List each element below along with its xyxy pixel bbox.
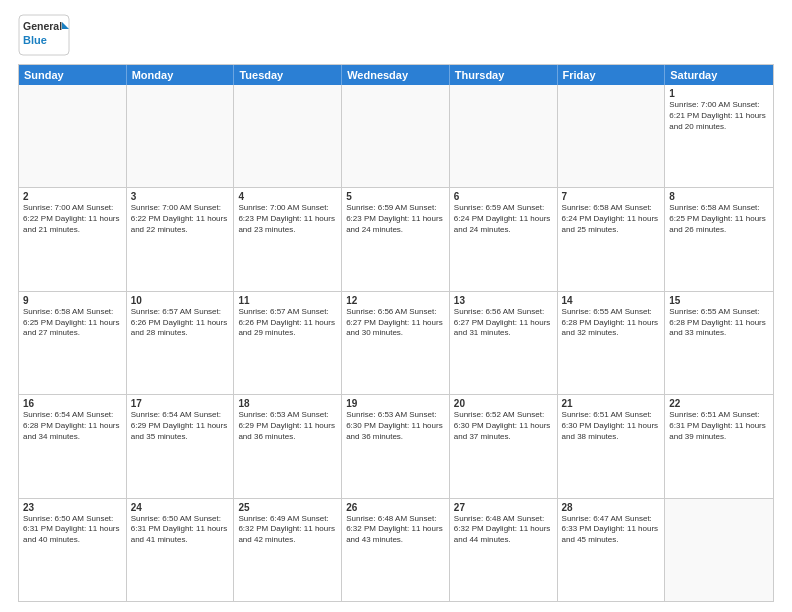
cell-info: Sunrise: 6:50 AM Sunset: 6:31 PM Dayligh… bbox=[23, 514, 122, 546]
day-number: 9 bbox=[23, 295, 122, 306]
cell-info: Sunrise: 6:53 AM Sunset: 6:29 PM Dayligh… bbox=[238, 410, 337, 442]
day-cell-27: 27Sunrise: 6:48 AM Sunset: 6:32 PM Dayli… bbox=[450, 499, 558, 601]
cell-info: Sunrise: 7:00 AM Sunset: 6:22 PM Dayligh… bbox=[131, 203, 230, 235]
cell-info: Sunrise: 6:54 AM Sunset: 6:29 PM Dayligh… bbox=[131, 410, 230, 442]
day-number: 10 bbox=[131, 295, 230, 306]
week-row-1: 2Sunrise: 7:00 AM Sunset: 6:22 PM Daylig… bbox=[19, 188, 773, 291]
day-cell-19: 19Sunrise: 6:53 AM Sunset: 6:30 PM Dayli… bbox=[342, 395, 450, 497]
day-number: 20 bbox=[454, 398, 553, 409]
cell-info: Sunrise: 7:00 AM Sunset: 6:22 PM Dayligh… bbox=[23, 203, 122, 235]
day-cell-5: 5Sunrise: 6:59 AM Sunset: 6:23 PM Daylig… bbox=[342, 188, 450, 290]
day-number: 15 bbox=[669, 295, 769, 306]
day-number: 7 bbox=[562, 191, 661, 202]
cell-info: Sunrise: 6:53 AM Sunset: 6:30 PM Dayligh… bbox=[346, 410, 445, 442]
cell-info: Sunrise: 6:51 AM Sunset: 6:31 PM Dayligh… bbox=[669, 410, 769, 442]
day-cell-3: 3Sunrise: 7:00 AM Sunset: 6:22 PM Daylig… bbox=[127, 188, 235, 290]
header-cell-wednesday: Wednesday bbox=[342, 65, 450, 85]
cell-info: Sunrise: 6:55 AM Sunset: 6:28 PM Dayligh… bbox=[669, 307, 769, 339]
cell-info: Sunrise: 6:55 AM Sunset: 6:28 PM Dayligh… bbox=[562, 307, 661, 339]
day-cell-24: 24Sunrise: 6:50 AM Sunset: 6:31 PM Dayli… bbox=[127, 499, 235, 601]
day-cell-7: 7Sunrise: 6:58 AM Sunset: 6:24 PM Daylig… bbox=[558, 188, 666, 290]
cell-info: Sunrise: 6:49 AM Sunset: 6:32 PM Dayligh… bbox=[238, 514, 337, 546]
header-cell-saturday: Saturday bbox=[665, 65, 773, 85]
header-cell-sunday: Sunday bbox=[19, 65, 127, 85]
day-number: 18 bbox=[238, 398, 337, 409]
cell-info: Sunrise: 6:54 AM Sunset: 6:28 PM Dayligh… bbox=[23, 410, 122, 442]
calendar: SundayMondayTuesdayWednesdayThursdayFrid… bbox=[18, 64, 774, 602]
day-cell-17: 17Sunrise: 6:54 AM Sunset: 6:29 PM Dayli… bbox=[127, 395, 235, 497]
empty-cell-0-3 bbox=[342, 85, 450, 187]
day-number: 26 bbox=[346, 502, 445, 513]
day-number: 27 bbox=[454, 502, 553, 513]
day-number: 28 bbox=[562, 502, 661, 513]
day-cell-1: 1Sunrise: 7:00 AM Sunset: 6:21 PM Daylig… bbox=[665, 85, 773, 187]
svg-text:Blue: Blue bbox=[23, 34, 47, 46]
day-number: 2 bbox=[23, 191, 122, 202]
empty-cell-0-4 bbox=[450, 85, 558, 187]
day-cell-8: 8Sunrise: 6:58 AM Sunset: 6:25 PM Daylig… bbox=[665, 188, 773, 290]
day-number: 23 bbox=[23, 502, 122, 513]
empty-cell-4-6 bbox=[665, 499, 773, 601]
day-number: 3 bbox=[131, 191, 230, 202]
day-number: 16 bbox=[23, 398, 122, 409]
day-number: 19 bbox=[346, 398, 445, 409]
day-number: 8 bbox=[669, 191, 769, 202]
empty-cell-0-2 bbox=[234, 85, 342, 187]
cell-info: Sunrise: 6:58 AM Sunset: 6:24 PM Dayligh… bbox=[562, 203, 661, 235]
empty-cell-0-5 bbox=[558, 85, 666, 187]
logo: General Blue bbox=[18, 14, 70, 56]
page: General Blue SundayMondayTuesdayWednesda… bbox=[0, 0, 792, 612]
cell-info: Sunrise: 7:00 AM Sunset: 6:21 PM Dayligh… bbox=[669, 100, 769, 132]
day-number: 12 bbox=[346, 295, 445, 306]
cell-info: Sunrise: 6:57 AM Sunset: 6:26 PM Dayligh… bbox=[238, 307, 337, 339]
day-cell-2: 2Sunrise: 7:00 AM Sunset: 6:22 PM Daylig… bbox=[19, 188, 127, 290]
day-number: 14 bbox=[562, 295, 661, 306]
cell-info: Sunrise: 6:50 AM Sunset: 6:31 PM Dayligh… bbox=[131, 514, 230, 546]
logo-svg: General Blue bbox=[18, 14, 70, 56]
day-cell-9: 9Sunrise: 6:58 AM Sunset: 6:25 PM Daylig… bbox=[19, 292, 127, 394]
header-cell-thursday: Thursday bbox=[450, 65, 558, 85]
cell-info: Sunrise: 6:48 AM Sunset: 6:32 PM Dayligh… bbox=[454, 514, 553, 546]
week-row-0: 1Sunrise: 7:00 AM Sunset: 6:21 PM Daylig… bbox=[19, 85, 773, 188]
day-cell-15: 15Sunrise: 6:55 AM Sunset: 6:28 PM Dayli… bbox=[665, 292, 773, 394]
header: General Blue bbox=[18, 14, 774, 56]
day-cell-16: 16Sunrise: 6:54 AM Sunset: 6:28 PM Dayli… bbox=[19, 395, 127, 497]
week-row-2: 9Sunrise: 6:58 AM Sunset: 6:25 PM Daylig… bbox=[19, 292, 773, 395]
cell-info: Sunrise: 6:59 AM Sunset: 6:24 PM Dayligh… bbox=[454, 203, 553, 235]
day-cell-12: 12Sunrise: 6:56 AM Sunset: 6:27 PM Dayli… bbox=[342, 292, 450, 394]
day-number: 21 bbox=[562, 398, 661, 409]
cell-info: Sunrise: 6:58 AM Sunset: 6:25 PM Dayligh… bbox=[23, 307, 122, 339]
day-cell-10: 10Sunrise: 6:57 AM Sunset: 6:26 PM Dayli… bbox=[127, 292, 235, 394]
day-cell-20: 20Sunrise: 6:52 AM Sunset: 6:30 PM Dayli… bbox=[450, 395, 558, 497]
day-cell-21: 21Sunrise: 6:51 AM Sunset: 6:30 PM Dayli… bbox=[558, 395, 666, 497]
day-cell-13: 13Sunrise: 6:56 AM Sunset: 6:27 PM Dayli… bbox=[450, 292, 558, 394]
calendar-header: SundayMondayTuesdayWednesdayThursdayFrid… bbox=[19, 65, 773, 85]
empty-cell-0-1 bbox=[127, 85, 235, 187]
week-row-4: 23Sunrise: 6:50 AM Sunset: 6:31 PM Dayli… bbox=[19, 499, 773, 601]
day-number: 11 bbox=[238, 295, 337, 306]
day-number: 17 bbox=[131, 398, 230, 409]
day-cell-26: 26Sunrise: 6:48 AM Sunset: 6:32 PM Dayli… bbox=[342, 499, 450, 601]
header-cell-friday: Friday bbox=[558, 65, 666, 85]
cell-info: Sunrise: 7:00 AM Sunset: 6:23 PM Dayligh… bbox=[238, 203, 337, 235]
day-cell-28: 28Sunrise: 6:47 AM Sunset: 6:33 PM Dayli… bbox=[558, 499, 666, 601]
cell-info: Sunrise: 6:48 AM Sunset: 6:32 PM Dayligh… bbox=[346, 514, 445, 546]
day-number: 24 bbox=[131, 502, 230, 513]
day-cell-25: 25Sunrise: 6:49 AM Sunset: 6:32 PM Dayli… bbox=[234, 499, 342, 601]
cell-info: Sunrise: 6:57 AM Sunset: 6:26 PM Dayligh… bbox=[131, 307, 230, 339]
calendar-body: 1Sunrise: 7:00 AM Sunset: 6:21 PM Daylig… bbox=[19, 85, 773, 601]
cell-info: Sunrise: 6:52 AM Sunset: 6:30 PM Dayligh… bbox=[454, 410, 553, 442]
empty-cell-0-0 bbox=[19, 85, 127, 187]
day-number: 4 bbox=[238, 191, 337, 202]
day-cell-18: 18Sunrise: 6:53 AM Sunset: 6:29 PM Dayli… bbox=[234, 395, 342, 497]
day-number: 22 bbox=[669, 398, 769, 409]
day-number: 25 bbox=[238, 502, 337, 513]
cell-info: Sunrise: 6:51 AM Sunset: 6:30 PM Dayligh… bbox=[562, 410, 661, 442]
cell-info: Sunrise: 6:58 AM Sunset: 6:25 PM Dayligh… bbox=[669, 203, 769, 235]
header-cell-monday: Monday bbox=[127, 65, 235, 85]
day-cell-23: 23Sunrise: 6:50 AM Sunset: 6:31 PM Dayli… bbox=[19, 499, 127, 601]
day-number: 13 bbox=[454, 295, 553, 306]
day-number: 1 bbox=[669, 88, 769, 99]
day-cell-22: 22Sunrise: 6:51 AM Sunset: 6:31 PM Dayli… bbox=[665, 395, 773, 497]
day-number: 5 bbox=[346, 191, 445, 202]
